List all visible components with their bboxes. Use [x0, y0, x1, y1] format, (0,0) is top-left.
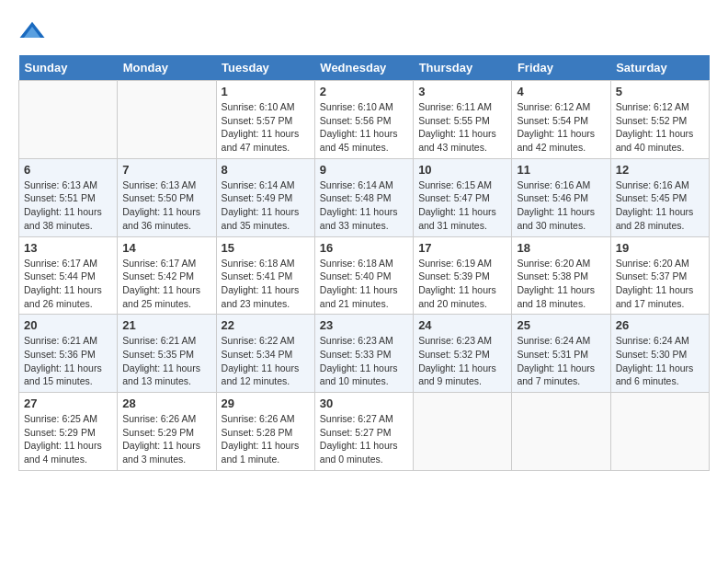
calendar-cell: 15Sunrise: 6:18 AM Sunset: 5:41 PM Dayli…: [216, 236, 314, 315]
calendar-table: SundayMondayTuesdayWednesdayThursdayFrid…: [18, 55, 710, 471]
day-number: 8: [222, 163, 310, 177]
day-number: 7: [122, 163, 210, 177]
calendar-week-row: 20Sunrise: 6:21 AM Sunset: 5:36 PM Dayli…: [19, 315, 710, 393]
calendar-cell: [610, 393, 709, 471]
day-number: 27: [24, 396, 112, 410]
day-info: Sunrise: 6:24 AM Sunset: 5:31 PM Dayligh…: [517, 334, 605, 388]
calendar-header-row: SundayMondayTuesdayWednesdayThursdayFrid…: [19, 55, 710, 81]
calendar-cell: 25Sunrise: 6:24 AM Sunset: 5:31 PM Dayli…: [512, 315, 610, 393]
calendar-cell: 3Sunrise: 6:11 AM Sunset: 5:55 PM Daylig…: [414, 81, 512, 159]
day-number: 22: [222, 318, 310, 332]
day-number: 4: [517, 85, 605, 98]
calendar-cell: 30Sunrise: 6:27 AM Sunset: 5:27 PM Dayli…: [314, 393, 413, 471]
logo: [18, 18, 50, 46]
day-info: Sunrise: 6:12 AM Sunset: 5:54 PM Dayligh…: [517, 100, 605, 155]
calendar-cell: [19, 81, 118, 159]
calendar-week-row: 13Sunrise: 6:17 AM Sunset: 5:44 PM Dayli…: [19, 236, 710, 315]
day-number: 1: [222, 85, 310, 98]
calendar-cell: 4Sunrise: 6:12 AM Sunset: 5:54 PM Daylig…: [512, 81, 610, 159]
day-info: Sunrise: 6:21 AM Sunset: 5:35 PM Dayligh…: [122, 334, 210, 388]
calendar-cell: 19Sunrise: 6:20 AM Sunset: 5:37 PM Dayli…: [610, 236, 709, 315]
day-info: Sunrise: 6:27 AM Sunset: 5:27 PM Dayligh…: [320, 412, 408, 466]
day-info: Sunrise: 6:14 AM Sunset: 5:49 PM Dayligh…: [222, 178, 310, 233]
day-info: Sunrise: 6:24 AM Sunset: 5:30 PM Dayligh…: [616, 334, 704, 388]
calendar-cell: 23Sunrise: 6:23 AM Sunset: 5:33 PM Dayli…: [314, 315, 413, 393]
calendar-cell: [512, 393, 610, 471]
day-number: 6: [24, 163, 112, 177]
day-number: 5: [616, 85, 704, 98]
day-info: Sunrise: 6:17 AM Sunset: 5:44 PM Dayligh…: [24, 257, 112, 311]
calendar-cell: 1Sunrise: 6:10 AM Sunset: 5:57 PM Daylig…: [216, 81, 314, 159]
day-number: 11: [517, 163, 605, 177]
day-number: 13: [24, 241, 112, 255]
day-number: 24: [418, 318, 506, 332]
calendar-cell: 8Sunrise: 6:14 AM Sunset: 5:49 PM Daylig…: [216, 158, 314, 236]
calendar-cell: 28Sunrise: 6:26 AM Sunset: 5:29 PM Dayli…: [118, 393, 216, 471]
calendar-week-row: 1Sunrise: 6:10 AM Sunset: 5:57 PM Daylig…: [19, 81, 710, 159]
day-number: 18: [517, 241, 605, 255]
day-info: Sunrise: 6:18 AM Sunset: 5:41 PM Dayligh…: [222, 257, 310, 311]
day-number: 25: [517, 318, 605, 332]
day-info: Sunrise: 6:12 AM Sunset: 5:52 PM Dayligh…: [616, 100, 704, 155]
day-number: 23: [320, 318, 408, 332]
day-number: 10: [418, 163, 506, 177]
day-number: 2: [320, 85, 408, 98]
day-info: Sunrise: 6:18 AM Sunset: 5:40 PM Dayligh…: [320, 257, 408, 311]
day-info: Sunrise: 6:15 AM Sunset: 5:47 PM Dayligh…: [418, 178, 506, 233]
day-number: 28: [122, 396, 210, 410]
day-info: Sunrise: 6:26 AM Sunset: 5:28 PM Dayligh…: [222, 412, 310, 466]
day-info: Sunrise: 6:21 AM Sunset: 5:36 PM Dayligh…: [24, 334, 112, 388]
day-info: Sunrise: 6:22 AM Sunset: 5:34 PM Dayligh…: [222, 334, 310, 388]
day-number: 12: [616, 163, 704, 177]
calendar-cell: 27Sunrise: 6:25 AM Sunset: 5:29 PM Dayli…: [19, 393, 118, 471]
day-number: 9: [320, 163, 408, 177]
day-number: 15: [222, 241, 310, 255]
day-info: Sunrise: 6:16 AM Sunset: 5:46 PM Dayligh…: [517, 178, 605, 233]
day-info: Sunrise: 6:13 AM Sunset: 5:50 PM Dayligh…: [122, 178, 210, 233]
calendar-week-row: 6Sunrise: 6:13 AM Sunset: 5:51 PM Daylig…: [19, 158, 710, 236]
calendar-cell: 26Sunrise: 6:24 AM Sunset: 5:30 PM Dayli…: [610, 315, 709, 393]
calendar-cell: 2Sunrise: 6:10 AM Sunset: 5:56 PM Daylig…: [314, 81, 413, 159]
calendar-cell: 16Sunrise: 6:18 AM Sunset: 5:40 PM Dayli…: [314, 236, 413, 315]
day-number: 17: [418, 241, 506, 255]
calendar-cell: [118, 81, 216, 159]
calendar-cell: 24Sunrise: 6:23 AM Sunset: 5:32 PM Dayli…: [414, 315, 512, 393]
day-info: Sunrise: 6:10 AM Sunset: 5:57 PM Dayligh…: [222, 100, 310, 155]
calendar-header-cell: Tuesday: [216, 55, 314, 81]
calendar-cell: 20Sunrise: 6:21 AM Sunset: 5:36 PM Dayli…: [19, 315, 118, 393]
calendar-cell: 5Sunrise: 6:12 AM Sunset: 5:52 PM Daylig…: [610, 81, 709, 159]
calendar-header-cell: Saturday: [610, 55, 709, 81]
calendar-cell: 29Sunrise: 6:26 AM Sunset: 5:28 PM Dayli…: [216, 393, 314, 471]
calendar-header-cell: Friday: [512, 55, 610, 81]
day-number: 26: [616, 318, 704, 332]
calendar-cell: 6Sunrise: 6:13 AM Sunset: 5:51 PM Daylig…: [19, 158, 118, 236]
day-info: Sunrise: 6:13 AM Sunset: 5:51 PM Dayligh…: [24, 178, 112, 233]
day-number: 19: [616, 241, 704, 255]
calendar-cell: 22Sunrise: 6:22 AM Sunset: 5:34 PM Dayli…: [216, 315, 314, 393]
calendar-header-cell: Wednesday: [314, 55, 413, 81]
calendar-cell: 18Sunrise: 6:20 AM Sunset: 5:38 PM Dayli…: [512, 236, 610, 315]
calendar-cell: 14Sunrise: 6:17 AM Sunset: 5:42 PM Dayli…: [118, 236, 216, 315]
day-number: 30: [320, 396, 408, 410]
day-info: Sunrise: 6:11 AM Sunset: 5:55 PM Dayligh…: [418, 100, 506, 155]
header: [18, 18, 710, 46]
logo-icon: [18, 18, 46, 46]
day-info: Sunrise: 6:23 AM Sunset: 5:33 PM Dayligh…: [320, 334, 408, 388]
day-info: Sunrise: 6:20 AM Sunset: 5:37 PM Dayligh…: [616, 257, 704, 311]
day-info: Sunrise: 6:19 AM Sunset: 5:39 PM Dayligh…: [418, 257, 506, 311]
day-info: Sunrise: 6:14 AM Sunset: 5:48 PM Dayligh…: [320, 178, 408, 233]
day-number: 20: [24, 318, 112, 332]
calendar-cell: 12Sunrise: 6:16 AM Sunset: 5:45 PM Dayli…: [610, 158, 709, 236]
calendar-header-cell: Thursday: [414, 55, 512, 81]
day-info: Sunrise: 6:26 AM Sunset: 5:29 PM Dayligh…: [122, 412, 210, 466]
calendar-cell: 13Sunrise: 6:17 AM Sunset: 5:44 PM Dayli…: [19, 236, 118, 315]
calendar-cell: 9Sunrise: 6:14 AM Sunset: 5:48 PM Daylig…: [314, 158, 413, 236]
day-info: Sunrise: 6:10 AM Sunset: 5:56 PM Dayligh…: [320, 100, 408, 155]
calendar-header-cell: Monday: [118, 55, 216, 81]
calendar-cell: 7Sunrise: 6:13 AM Sunset: 5:50 PM Daylig…: [118, 158, 216, 236]
calendar-week-row: 27Sunrise: 6:25 AM Sunset: 5:29 PM Dayli…: [19, 393, 710, 471]
day-number: 14: [122, 241, 210, 255]
calendar-cell: 10Sunrise: 6:15 AM Sunset: 5:47 PM Dayli…: [414, 158, 512, 236]
day-number: 21: [122, 318, 210, 332]
day-info: Sunrise: 6:23 AM Sunset: 5:32 PM Dayligh…: [418, 334, 506, 388]
